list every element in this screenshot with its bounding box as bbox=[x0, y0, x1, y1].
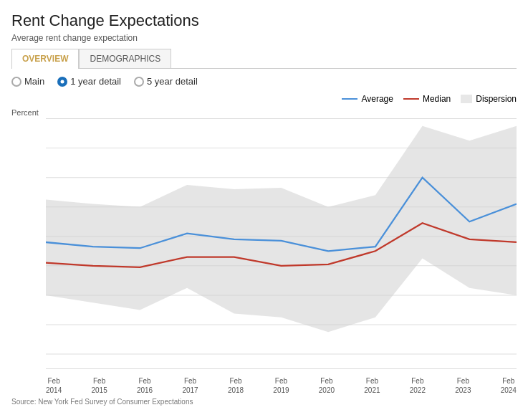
radio-1year-circle bbox=[57, 77, 67, 87]
x-label-2020: Feb2020 bbox=[319, 376, 335, 395]
x-label-2019: Feb2019 bbox=[273, 376, 289, 395]
source-label: Source: New York Fed Survey of Consumer … bbox=[11, 398, 517, 406]
radio-5year[interactable]: 5 year detail bbox=[134, 76, 198, 87]
median-legend-label: Median bbox=[423, 94, 451, 104]
dispersion-legend-label: Dispersion bbox=[476, 94, 517, 104]
radio-5year-label: 5 year detail bbox=[147, 76, 198, 87]
x-label-2021: Feb2021 bbox=[364, 376, 380, 395]
radio-1year[interactable]: 1 year detail bbox=[57, 76, 121, 87]
legend-average: Average bbox=[342, 94, 393, 104]
radio-group: Main 1 year detail 5 year detail bbox=[11, 76, 517, 87]
average-legend-line bbox=[342, 98, 357, 100]
radio-main-label: Main bbox=[24, 76, 44, 87]
tab-demographics[interactable]: DEMOGRAPHICS bbox=[79, 49, 171, 68]
x-label-2023: Feb2023 bbox=[455, 376, 471, 395]
x-label-2014: Feb2014 bbox=[46, 376, 62, 395]
subtitle: Average rent change expectation bbox=[11, 33, 517, 43]
x-axis-labels: Feb2014 Feb2015 Feb2016 Feb2017 Feb2018 … bbox=[46, 376, 517, 395]
x-label-2024: Feb2024 bbox=[501, 376, 517, 395]
average-legend-label: Average bbox=[361, 94, 393, 104]
x-label-2015: Feb2015 bbox=[91, 376, 107, 395]
legend-dispersion: Dispersion bbox=[461, 94, 517, 104]
x-label-2018: Feb2018 bbox=[228, 376, 244, 395]
tab-bar: OVERVIEW DEMOGRAPHICS bbox=[11, 49, 517, 69]
x-label-2017: Feb2017 bbox=[182, 376, 198, 395]
legend-median: Median bbox=[403, 94, 451, 104]
x-label-2022: Feb2022 bbox=[410, 376, 426, 395]
x-label-2016: Feb2016 bbox=[137, 376, 153, 395]
radio-main[interactable]: Main bbox=[11, 76, 44, 87]
median-legend-line bbox=[403, 98, 419, 100]
chart-area: Average Median Dispersion Percent -2 0 2… bbox=[11, 94, 517, 395]
dispersion-band bbox=[46, 126, 517, 332]
page-title: Rent Change Expectations bbox=[11, 11, 517, 30]
chart-svg: -2 0 2 4 6 8 10 12 14 16 bbox=[46, 104, 517, 369]
radio-main-circle bbox=[11, 77, 21, 87]
chart-legend: Average Median Dispersion bbox=[342, 94, 517, 104]
tab-overview[interactable]: OVERVIEW bbox=[11, 49, 79, 69]
y-axis-label: Percent bbox=[11, 108, 39, 117]
radio-1year-label: 1 year detail bbox=[70, 76, 121, 87]
radio-5year-circle bbox=[134, 77, 144, 87]
dispersion-legend-box bbox=[461, 95, 472, 103]
